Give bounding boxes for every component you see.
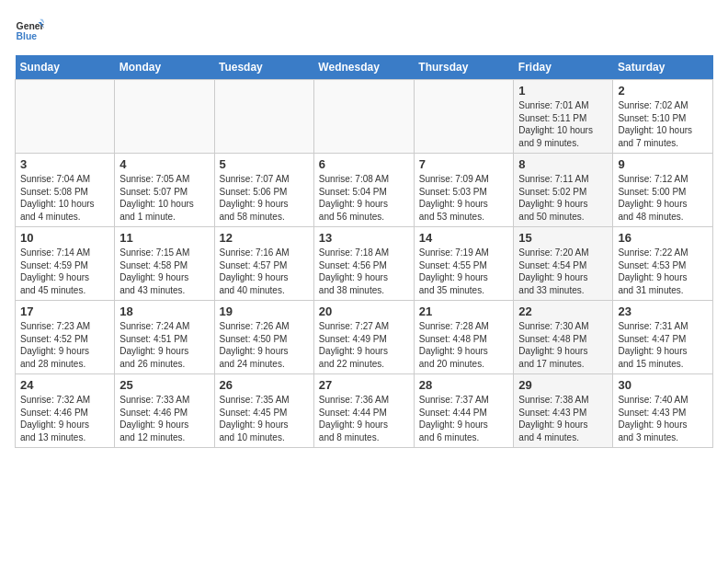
calendar-day-cell: 28Sunrise: 7:37 AM Sunset: 4:44 PM Dayli… (414, 374, 514, 448)
day-info: Sunrise: 7:12 AM Sunset: 5:00 PM Dayligh… (618, 173, 708, 223)
calendar-day-cell (16, 80, 115, 154)
calendar-day-cell: 8Sunrise: 7:11 AM Sunset: 5:02 PM Daylig… (514, 154, 613, 227)
calendar-day-cell (414, 80, 514, 154)
day-number: 21 (419, 304, 509, 318)
calendar-day-cell: 5Sunrise: 7:07 AM Sunset: 5:06 PM Daylig… (214, 154, 313, 227)
calendar-day-cell (313, 80, 414, 154)
calendar-day-cell: 3Sunrise: 7:04 AM Sunset: 5:08 PM Daylig… (16, 154, 115, 227)
calendar-day-cell: 18Sunrise: 7:24 AM Sunset: 4:51 PM Dayli… (115, 301, 214, 374)
calendar-day-cell: 23Sunrise: 7:31 AM Sunset: 4:47 PM Dayli… (613, 301, 713, 374)
calendar-day-cell: 16Sunrise: 7:22 AM Sunset: 4:53 PM Dayli… (613, 227, 713, 301)
day-info: Sunrise: 7:35 AM Sunset: 4:45 PM Dayligh… (220, 394, 309, 443)
day-info: Sunrise: 7:04 AM Sunset: 5:08 PM Dayligh… (20, 173, 109, 223)
day-number: 24 (20, 378, 109, 392)
day-number: 10 (20, 231, 109, 245)
day-number: 20 (319, 304, 409, 318)
day-info: Sunrise: 7:38 AM Sunset: 4:43 PM Dayligh… (518, 394, 608, 443)
day-number: 19 (220, 304, 309, 318)
calendar-day-cell: 15Sunrise: 7:20 AM Sunset: 4:54 PM Dayli… (514, 227, 613, 301)
calendar-day-cell (214, 80, 313, 154)
weekday-header-monday: Monday (115, 55, 214, 80)
weekday-header-friday: Friday (514, 55, 613, 80)
day-number: 25 (119, 378, 209, 392)
day-number: 17 (20, 304, 109, 318)
weekday-header-saturday: Saturday (613, 55, 713, 80)
day-number: 14 (419, 231, 509, 245)
day-number: 28 (419, 378, 509, 392)
calendar-day-cell: 25Sunrise: 7:33 AM Sunset: 4:46 PM Dayli… (115, 374, 214, 448)
day-number: 12 (220, 231, 309, 245)
day-info: Sunrise: 7:40 AM Sunset: 4:43 PM Dayligh… (618, 394, 708, 443)
day-number: 9 (618, 157, 708, 171)
day-info: Sunrise: 7:02 AM Sunset: 5:10 PM Dayligh… (618, 99, 708, 149)
day-number: 13 (319, 231, 409, 245)
calendar-day-cell: 6Sunrise: 7:08 AM Sunset: 5:04 PM Daylig… (313, 154, 414, 227)
day-info: Sunrise: 7:22 AM Sunset: 4:53 PM Dayligh… (618, 247, 708, 296)
day-info: Sunrise: 7:31 AM Sunset: 4:47 PM Dayligh… (618, 320, 708, 370)
weekday-header-wednesday: Wednesday (313, 55, 414, 80)
day-number: 7 (419, 157, 509, 171)
day-info: Sunrise: 7:36 AM Sunset: 4:44 PM Dayligh… (319, 394, 409, 443)
calendar-day-cell: 26Sunrise: 7:35 AM Sunset: 4:45 PM Dayli… (214, 374, 313, 448)
day-number: 2 (618, 84, 708, 98)
weekday-header-thursday: Thursday (414, 55, 514, 80)
day-info: Sunrise: 7:07 AM Sunset: 5:06 PM Dayligh… (220, 173, 309, 223)
calendar-day-cell: 24Sunrise: 7:32 AM Sunset: 4:46 PM Dayli… (16, 374, 115, 448)
calendar-day-cell: 19Sunrise: 7:26 AM Sunset: 4:50 PM Dayli… (214, 301, 313, 374)
calendar-day-cell: 22Sunrise: 7:30 AM Sunset: 4:48 PM Dayli… (514, 301, 613, 374)
calendar-day-cell: 2Sunrise: 7:02 AM Sunset: 5:10 PM Daylig… (613, 80, 713, 154)
day-number: 16 (618, 231, 708, 245)
day-number: 11 (119, 231, 209, 245)
day-number: 18 (119, 304, 209, 318)
day-number: 5 (220, 157, 309, 171)
day-info: Sunrise: 7:26 AM Sunset: 4:50 PM Dayligh… (220, 320, 309, 370)
day-info: Sunrise: 7:33 AM Sunset: 4:46 PM Dayligh… (119, 394, 209, 443)
day-number: 22 (518, 304, 608, 318)
calendar-day-cell: 29Sunrise: 7:38 AM Sunset: 4:43 PM Dayli… (514, 374, 613, 448)
day-info: Sunrise: 7:15 AM Sunset: 4:58 PM Dayligh… (119, 247, 209, 296)
day-number: 4 (119, 157, 209, 171)
day-info: Sunrise: 7:14 AM Sunset: 4:59 PM Dayligh… (20, 247, 109, 296)
calendar-day-cell: 21Sunrise: 7:28 AM Sunset: 4:48 PM Dayli… (414, 301, 514, 374)
calendar-week-row: 10Sunrise: 7:14 AM Sunset: 4:59 PM Dayli… (16, 227, 713, 301)
day-number: 8 (518, 157, 608, 171)
calendar-table: SundayMondayTuesdayWednesdayThursdayFrid… (15, 55, 713, 448)
weekday-header-sunday: Sunday (16, 55, 115, 80)
weekday-header-tuesday: Tuesday (214, 55, 313, 80)
day-info: Sunrise: 7:09 AM Sunset: 5:03 PM Dayligh… (419, 173, 509, 223)
calendar-day-cell: 14Sunrise: 7:19 AM Sunset: 4:55 PM Dayli… (414, 227, 514, 301)
day-number: 6 (319, 157, 409, 171)
calendar-day-cell: 1Sunrise: 7:01 AM Sunset: 5:11 PM Daylig… (514, 80, 613, 154)
calendar-day-cell: 7Sunrise: 7:09 AM Sunset: 5:03 PM Daylig… (414, 154, 514, 227)
day-info: Sunrise: 7:32 AM Sunset: 4:46 PM Dayligh… (20, 394, 109, 443)
calendar-week-row: 3Sunrise: 7:04 AM Sunset: 5:08 PM Daylig… (16, 154, 713, 227)
day-info: Sunrise: 7:30 AM Sunset: 4:48 PM Dayligh… (518, 320, 608, 370)
calendar-day-cell: 4Sunrise: 7:05 AM Sunset: 5:07 PM Daylig… (115, 154, 214, 227)
calendar-day-cell: 30Sunrise: 7:40 AM Sunset: 4:43 PM Dayli… (613, 374, 713, 448)
day-number: 1 (518, 84, 608, 98)
logo-icon: General Blue (15, 15, 44, 44)
day-info: Sunrise: 7:28 AM Sunset: 4:48 PM Dayligh… (419, 320, 509, 370)
day-info: Sunrise: 7:08 AM Sunset: 5:04 PM Dayligh… (319, 173, 409, 223)
day-info: Sunrise: 7:16 AM Sunset: 4:57 PM Dayligh… (220, 247, 309, 296)
day-info: Sunrise: 7:27 AM Sunset: 4:49 PM Dayligh… (319, 320, 409, 370)
day-number: 27 (319, 378, 409, 392)
calendar-week-row: 24Sunrise: 7:32 AM Sunset: 4:46 PM Dayli… (16, 374, 713, 448)
day-info: Sunrise: 7:24 AM Sunset: 4:51 PM Dayligh… (119, 320, 209, 370)
page-header: General Blue (15, 15, 713, 44)
day-info: Sunrise: 7:23 AM Sunset: 4:52 PM Dayligh… (20, 320, 109, 370)
day-info: Sunrise: 7:19 AM Sunset: 4:55 PM Dayligh… (419, 247, 509, 296)
calendar-week-row: 17Sunrise: 7:23 AM Sunset: 4:52 PM Dayli… (16, 301, 713, 374)
day-info: Sunrise: 7:37 AM Sunset: 4:44 PM Dayligh… (419, 394, 509, 443)
calendar-day-cell (115, 80, 214, 154)
calendar-day-cell: 27Sunrise: 7:36 AM Sunset: 4:44 PM Dayli… (313, 374, 414, 448)
calendar-day-cell: 11Sunrise: 7:15 AM Sunset: 4:58 PM Dayli… (115, 227, 214, 301)
day-info: Sunrise: 7:18 AM Sunset: 4:56 PM Dayligh… (319, 247, 409, 296)
day-number: 30 (618, 378, 708, 392)
calendar-day-cell: 20Sunrise: 7:27 AM Sunset: 4:49 PM Dayli… (313, 301, 414, 374)
calendar-day-cell: 13Sunrise: 7:18 AM Sunset: 4:56 PM Dayli… (313, 227, 414, 301)
calendar-day-cell: 17Sunrise: 7:23 AM Sunset: 4:52 PM Dayli… (16, 301, 115, 374)
day-number: 26 (220, 378, 309, 392)
day-number: 15 (518, 231, 608, 245)
day-info: Sunrise: 7:05 AM Sunset: 5:07 PM Dayligh… (119, 173, 209, 223)
